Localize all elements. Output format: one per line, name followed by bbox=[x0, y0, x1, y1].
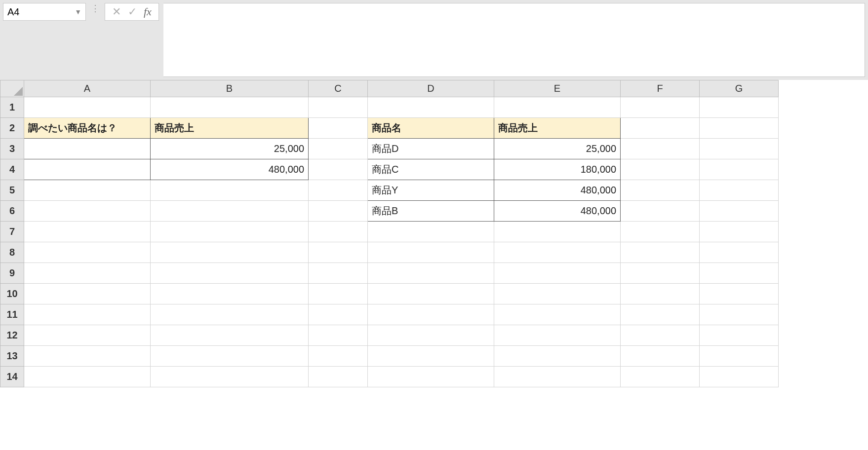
cell-G10[interactable] bbox=[700, 284, 779, 304]
col-header-B[interactable]: B bbox=[151, 80, 309, 97]
cell-C3[interactable] bbox=[309, 139, 368, 159]
cell-F8[interactable] bbox=[621, 242, 700, 263]
cell-F1[interactable] bbox=[621, 97, 700, 118]
col-header-A[interactable]: A bbox=[24, 80, 151, 97]
cell-F7[interactable] bbox=[621, 222, 700, 242]
cell-D6[interactable]: 商品B bbox=[368, 201, 494, 222]
cell-A5[interactable] bbox=[24, 180, 151, 201]
cell-E7[interactable] bbox=[494, 222, 621, 242]
cell-E14[interactable] bbox=[494, 367, 621, 387]
cell-D8[interactable] bbox=[368, 242, 494, 263]
cell-D11[interactable] bbox=[368, 304, 494, 325]
cell-G12[interactable] bbox=[700, 325, 779, 346]
name-box-dropdown-icon[interactable]: ▼ bbox=[75, 8, 81, 16]
formula-input[interactable] bbox=[163, 3, 865, 77]
fx-icon[interactable]: fx bbox=[144, 5, 152, 18]
cell-F13[interactable] bbox=[621, 346, 700, 367]
cell-F6[interactable] bbox=[621, 201, 700, 222]
cell-G2[interactable] bbox=[700, 118, 779, 139]
cell-A2[interactable]: 調べたい商品名は？ bbox=[24, 118, 151, 139]
cell-C8[interactable] bbox=[309, 242, 368, 263]
cell-C12[interactable] bbox=[309, 325, 368, 346]
cell-C9[interactable] bbox=[309, 263, 368, 284]
cell-E12[interactable] bbox=[494, 325, 621, 346]
cell-E13[interactable] bbox=[494, 346, 621, 367]
cell-E9[interactable] bbox=[494, 263, 621, 284]
confirm-icon[interactable]: ✓ bbox=[128, 6, 137, 17]
col-header-D[interactable]: D bbox=[368, 80, 494, 97]
cell-C2[interactable] bbox=[309, 118, 368, 139]
cell-E2[interactable]: 商品売上 bbox=[494, 118, 621, 139]
row-header-1[interactable]: 1 bbox=[0, 97, 24, 118]
cell-D7[interactable] bbox=[368, 222, 494, 242]
cell-B13[interactable] bbox=[151, 346, 309, 367]
row-header-2[interactable]: 2 bbox=[0, 118, 24, 139]
cell-A11[interactable] bbox=[24, 304, 151, 325]
cell-C14[interactable] bbox=[309, 367, 368, 387]
cell-F11[interactable] bbox=[621, 304, 700, 325]
cell-C6[interactable] bbox=[309, 201, 368, 222]
cell-A9[interactable] bbox=[24, 263, 151, 284]
cell-G8[interactable] bbox=[700, 242, 779, 263]
cell-C7[interactable] bbox=[309, 222, 368, 242]
cell-A1[interactable] bbox=[24, 97, 151, 118]
cell-E11[interactable] bbox=[494, 304, 621, 325]
cell-B10[interactable] bbox=[151, 284, 309, 304]
row-header-9[interactable]: 9 bbox=[0, 263, 24, 284]
cell-D5[interactable]: 商品Y bbox=[368, 180, 494, 201]
col-header-G[interactable]: G bbox=[700, 80, 779, 97]
cell-E3[interactable]: 25,000 bbox=[494, 139, 621, 159]
col-header-E[interactable]: E bbox=[494, 80, 621, 97]
cell-F12[interactable] bbox=[621, 325, 700, 346]
cell-G1[interactable] bbox=[700, 97, 779, 118]
cell-G11[interactable] bbox=[700, 304, 779, 325]
cell-F10[interactable] bbox=[621, 284, 700, 304]
cell-A3[interactable] bbox=[24, 139, 151, 159]
cell-D14[interactable] bbox=[368, 367, 494, 387]
cell-C10[interactable] bbox=[309, 284, 368, 304]
grid[interactable]: A B C D E F G 1 2 bbox=[0, 80, 779, 387]
cell-D2[interactable]: 商品名 bbox=[368, 118, 494, 139]
cell-D4[interactable]: 商品C bbox=[368, 159, 494, 180]
row-header-11[interactable]: 11 bbox=[0, 304, 24, 325]
cell-A6[interactable] bbox=[24, 201, 151, 222]
cell-F2[interactable] bbox=[621, 118, 700, 139]
cell-C1[interactable] bbox=[309, 97, 368, 118]
row-header-6[interactable]: 6 bbox=[0, 201, 24, 222]
cell-E1[interactable] bbox=[494, 97, 621, 118]
cell-B14[interactable] bbox=[151, 367, 309, 387]
cell-F9[interactable] bbox=[621, 263, 700, 284]
cell-G3[interactable] bbox=[700, 139, 779, 159]
cell-B5[interactable] bbox=[151, 180, 309, 201]
cell-G6[interactable] bbox=[700, 201, 779, 222]
cell-G9[interactable] bbox=[700, 263, 779, 284]
cell-B4[interactable]: 480,000 bbox=[151, 159, 309, 180]
cell-B12[interactable] bbox=[151, 325, 309, 346]
cell-G5[interactable] bbox=[700, 180, 779, 201]
cell-E6[interactable]: 480,000 bbox=[494, 201, 621, 222]
cell-F14[interactable] bbox=[621, 367, 700, 387]
row-header-7[interactable]: 7 bbox=[0, 222, 24, 242]
cell-D10[interactable] bbox=[368, 284, 494, 304]
cell-A13[interactable] bbox=[24, 346, 151, 367]
cell-G4[interactable] bbox=[700, 159, 779, 180]
cell-B7[interactable] bbox=[151, 222, 309, 242]
cell-F3[interactable] bbox=[621, 139, 700, 159]
cell-F5[interactable] bbox=[621, 180, 700, 201]
cell-A14[interactable] bbox=[24, 367, 151, 387]
col-header-F[interactable]: F bbox=[621, 80, 700, 97]
cell-E8[interactable] bbox=[494, 242, 621, 263]
row-header-13[interactable]: 13 bbox=[0, 346, 24, 367]
row-header-8[interactable]: 8 bbox=[0, 242, 24, 263]
row-header-3[interactable]: 3 bbox=[0, 139, 24, 159]
cell-A4[interactable] bbox=[24, 159, 151, 180]
row-header-4[interactable]: 4 bbox=[0, 159, 24, 180]
cell-F4[interactable] bbox=[621, 159, 700, 180]
cell-E10[interactable] bbox=[494, 284, 621, 304]
cell-C5[interactable] bbox=[309, 180, 368, 201]
cell-D3[interactable]: 商品D bbox=[368, 139, 494, 159]
cell-A7[interactable] bbox=[24, 222, 151, 242]
cell-B8[interactable] bbox=[151, 242, 309, 263]
cell-B9[interactable] bbox=[151, 263, 309, 284]
row-header-12[interactable]: 12 bbox=[0, 325, 24, 346]
